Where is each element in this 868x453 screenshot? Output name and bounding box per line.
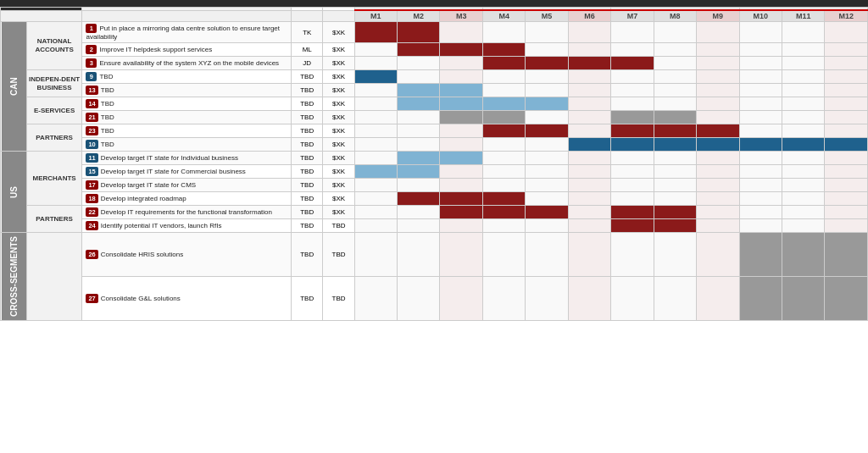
gantt-cell-m12 [825, 206, 868, 219]
gantt-cell-m2 [398, 192, 440, 206]
gantt-cell-m3 [440, 111, 482, 124]
gantt-cell-m11 [782, 22, 824, 43]
gantt-cell-m3 [440, 179, 482, 192]
gantt-cell-m1 [354, 138, 397, 152]
top-bar [0, 0, 868, 7]
gantt-cell-m12 [825, 57, 868, 70]
cost-cell: $XK [323, 111, 354, 124]
m10-header: M10 [739, 10, 782, 22]
gantt-cell-m4 [482, 97, 525, 111]
subsegment-cell-e-services: E-SERVICES [26, 97, 82, 124]
gantt-cell-m5 [526, 233, 568, 277]
who-cell: TBD [292, 124, 323, 138]
gantt-cell-m10 [739, 179, 782, 192]
subsegment-cell-national-accounts: NATIONAL ACCOUNTS [26, 22, 82, 70]
gantt-cell-m2 [398, 22, 440, 43]
gantt-cell-m9 [697, 219, 739, 233]
gantt-cell-m5 [526, 206, 568, 219]
gantt-cell-m1 [354, 70, 397, 84]
subsegment-cell-partners-can: PARTNERS [26, 124, 82, 152]
activity-number-badge: 24 [86, 221, 97, 230]
gantt-cell-m12 [825, 219, 868, 233]
gantt-cell-m1 [354, 192, 397, 206]
cost-cell: TBD [323, 219, 354, 233]
gantt-cell-m4 [482, 219, 525, 233]
who-cell: TK [292, 22, 323, 43]
segment-cell-cross-segments: CROSS-SEGMENTS [1, 233, 27, 321]
main-table: M1 M2 M3 M4 M5 M6 M7 M8 M9 M10 M11 M12 C… [0, 7, 868, 321]
gantt-cell-m4 [482, 165, 525, 179]
gantt-cell-m11 [782, 192, 824, 206]
gantt-cell-m12 [825, 138, 868, 152]
table-row: 2Improve IT helpdesk support servicesML$… [1, 43, 868, 57]
cost-cell: $XK [323, 192, 354, 206]
main-container: M1 M2 M3 M4 M5 M6 M7 M8 M9 M10 M11 M12 C… [0, 0, 868, 321]
gantt-cell-m11 [782, 43, 824, 57]
activity-number-badge: 17 [86, 180, 97, 190]
gantt-cell-m1 [354, 111, 397, 124]
gantt-cell-m4 [482, 124, 525, 138]
gantt-cell-m5 [526, 179, 568, 192]
gantt-cell-m12 [825, 179, 868, 192]
gantt-cell-m2 [398, 138, 440, 152]
activity-cell: 22Develop IT requirements for the functi… [82, 206, 292, 219]
gantt-cell-m5 [526, 70, 568, 84]
gantt-cell-m4 [482, 22, 525, 43]
gantt-cell-m6 [568, 111, 610, 124]
gantt-cell-m10 [739, 165, 782, 179]
gantt-cell-m5 [526, 277, 568, 321]
table-row: CROSS-SEGMENTS26Consolidate HRIS solutio… [1, 233, 868, 277]
gantt-cell-m10 [739, 233, 782, 277]
gantt-cell-m3 [440, 22, 482, 43]
gantt-cell-m6 [568, 206, 610, 219]
table-row: 27Consolidate G&L solutionsTBDTBD [1, 277, 868, 321]
gantt-cell-m2 [398, 111, 440, 124]
cost-cell: $XK [323, 206, 354, 219]
gantt-cell-m5 [526, 165, 568, 179]
gantt-cell-m8 [654, 277, 696, 321]
gantt-cell-m6 [568, 43, 610, 57]
gantt-cell-m5 [526, 97, 568, 111]
gantt-cell-m11 [782, 233, 824, 277]
activity-number-badge: 21 [86, 113, 97, 122]
cost-cell: $XK [323, 43, 354, 57]
cost-cell: $XK [323, 70, 354, 84]
activity-number-badge: 2 [86, 45, 97, 54]
activity-number-badge: 26 [86, 250, 97, 259]
gantt-cell-m7 [611, 192, 654, 206]
gantt-cell-m6 [568, 165, 610, 179]
who-cell: TBD [292, 165, 323, 179]
gantt-cell-m1 [354, 57, 397, 70]
m8-header: M8 [654, 10, 696, 22]
gantt-cell-m6 [568, 70, 610, 84]
activity-number-badge: 23 [86, 126, 97, 135]
gantt-cell-m11 [782, 219, 824, 233]
gantt-cell-m3 [440, 152, 482, 165]
gantt-cell-m2 [398, 124, 440, 138]
activity-cell: 2Improve IT helpdesk support services [82, 43, 292, 57]
activity-cell: 26Consolidate HRIS solutions [82, 233, 292, 277]
gantt-cell-m1 [354, 43, 397, 57]
gantt-cell-m11 [782, 152, 824, 165]
gantt-cell-m9 [697, 124, 739, 138]
activity-number-badge: 22 [86, 207, 97, 217]
gantt-cell-m3 [440, 57, 482, 70]
who-cell: TBD [292, 97, 323, 111]
cost-cell: $XK [323, 165, 354, 179]
gantt-cell-m9 [697, 84, 739, 97]
gantt-cell-m8 [654, 206, 696, 219]
activity-cell: 18Develop integrated roadmap [82, 192, 292, 206]
gantt-cell-m9 [697, 43, 739, 57]
gantt-cell-m12 [825, 84, 868, 97]
gantt-cell-m8 [654, 70, 696, 84]
gantt-cell-m8 [654, 124, 696, 138]
gantt-cell-m10 [739, 22, 782, 43]
gantt-cell-m5 [526, 111, 568, 124]
gantt-cell-m10 [739, 277, 782, 321]
gantt-cell-m10 [739, 70, 782, 84]
subsegment-cell-cross-seg [26, 233, 82, 321]
empty-who [292, 10, 323, 22]
gantt-cell-m6 [568, 152, 610, 165]
gantt-cell-m4 [482, 192, 525, 206]
gantt-cell-m2 [398, 219, 440, 233]
